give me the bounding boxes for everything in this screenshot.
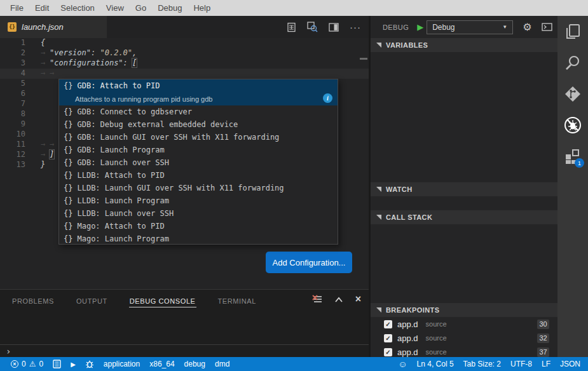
search-editor-icon[interactable] <box>307 22 318 32</box>
breakpoint-checkbox[interactable] <box>384 348 392 356</box>
section-title: WATCH <box>386 186 413 193</box>
warning-count: 0 <box>39 360 43 368</box>
section-title: CALL STACK <box>386 213 432 221</box>
line-number[interactable]: 9 <box>0 119 25 130</box>
panel-tab[interactable]: TERMINAL <box>217 294 257 307</box>
code-text: →→ <box>25 140 58 150</box>
line-number[interactable]: 12 <box>0 150 25 160</box>
menu-item[interactable]: Go <box>130 3 152 13</box>
panel-tab[interactable]: DEBUG CONSOLE <box>129 294 196 307</box>
line-number[interactable]: 4 <box>0 69 25 79</box>
line-number[interactable]: 3 <box>0 58 25 69</box>
breakpoint-kind: source <box>426 334 447 342</box>
watch-section-header[interactable]: WATCH <box>371 182 557 196</box>
status-item[interactable]: JSON <box>560 360 580 368</box>
open-preview-icon[interactable] <box>287 22 296 32</box>
suggest-item-selected[interactable]: {} GDB: Attach to PID Attaches to a runn… <box>59 79 338 105</box>
maximize-panel-icon[interactable] <box>334 297 343 302</box>
suggest-item[interactable]: {} Mago: Launch Program <box>59 233 338 245</box>
menu-item[interactable]: Selection <box>55 3 100 13</box>
source-control-icon[interactable] <box>557 78 588 109</box>
feedback-smiley-icon[interactable]: ☺ <box>398 360 407 368</box>
variables-section-header[interactable]: VARIABLES <box>371 38 557 52</box>
bottom-panel: PROBLEMS OUTPUT DEBUG CONSOLE TERMINAL ×… <box>0 289 369 357</box>
status-item[interactable]: Ln 4, Col 5 <box>417 360 454 368</box>
info-icon[interactable]: i <box>323 93 332 103</box>
suggest-item[interactable]: {} GDB: Launch over SSH <box>59 156 338 169</box>
suggest-item[interactable]: {} Mago: Attach to PID <box>59 220 338 233</box>
more-actions-icon[interactable]: ··· <box>350 24 361 30</box>
breakpoints-section-header[interactable]: BREAKPOINTS <box>371 303 557 317</box>
suggest-item[interactable]: {} LLDB: Launch Program <box>59 194 338 207</box>
menu-item[interactable]: Edit <box>29 3 55 13</box>
breakpoint-row[interactable]: app.d source 30 <box>371 317 557 331</box>
breakpoint-kind: source <box>426 320 447 328</box>
explorer-icon[interactable] <box>557 16 588 47</box>
status-item[interactable]: LF <box>542 360 550 368</box>
tab-launch-json[interactable]: {} launch.json <box>0 16 107 38</box>
dub-file-icon[interactable] <box>53 360 61 368</box>
debug-icon[interactable] <box>557 109 588 140</box>
suggest-item[interactable]: {} LLDB: Attach to PID <box>59 169 338 182</box>
line-number[interactable]: 8 <box>0 109 25 119</box>
code-line[interactable]: 1{ <box>0 38 369 48</box>
add-configuration-button[interactable]: Add Configuration... <box>266 252 352 273</box>
menu-item[interactable]: Debug <box>152 3 188 13</box>
extensions-icon[interactable]: 1 <box>557 140 588 172</box>
suggest-label: LLDB: Launch GUI over SSH with X11 forwa… <box>77 184 284 192</box>
line-number[interactable]: 2 <box>0 48 25 58</box>
suggest-item[interactable]: {} LLDB: Launch over SSH <box>59 207 338 220</box>
status-bar: × 0 ⚠ 0 ▶ application x86_64 debug dmd <box>0 357 588 371</box>
debug-console-input[interactable]: › <box>0 344 369 357</box>
status-item[interactable]: application <box>104 360 140 368</box>
suggest-item[interactable]: {} GDB: Launch GUI over SSH with X11 for… <box>59 131 338 144</box>
breakpoint-row[interactable]: app.d source 32 <box>371 331 557 345</box>
problems-status[interactable]: × 0 ⚠ 0 <box>11 360 43 368</box>
suggest-item[interactable]: {} GDB: Connect to gdbserver <box>59 105 338 118</box>
close-panel-icon[interactable]: × <box>355 295 361 303</box>
code-text: { <box>25 38 45 48</box>
breakpoint-file: app.d <box>397 347 418 357</box>
line-number[interactable]: 5 <box>0 79 25 89</box>
line-number[interactable]: 1 <box>0 38 25 48</box>
breakpoint-checkbox[interactable] <box>384 334 392 342</box>
breakpoint-row[interactable]: app.d source 37 <box>371 345 557 357</box>
call-stack-section-header[interactable]: CALL STACK <box>371 210 557 224</box>
clear-console-icon[interactable] <box>312 295 322 304</box>
panel-tab[interactable]: PROBLEMS <box>11 294 55 307</box>
status-item[interactable]: x86_64 <box>149 360 174 368</box>
line-number[interactable]: 10 <box>0 130 25 140</box>
suggest-label: LLDB: Launch over SSH <box>77 209 174 218</box>
suggest-detail: Attaches to a running program pid using … <box>75 95 212 103</box>
bug-icon[interactable] <box>85 360 94 368</box>
debug-mode-label: DEBUG <box>383 24 409 31</box>
status-item[interactable]: dmd <box>215 360 229 368</box>
status-item[interactable]: UTF-8 <box>510 360 532 368</box>
line-number[interactable]: 7 <box>0 99 25 109</box>
code-text: →"version": "0.2.0", <box>25 48 137 58</box>
breakpoint-checkbox[interactable] <box>384 320 392 328</box>
menu-item[interactable]: View <box>100 3 130 13</box>
start-debug-icon[interactable]: ▶ <box>417 23 423 31</box>
line-number[interactable]: 6 <box>0 89 25 99</box>
debug-configuration-select[interactable]: Debug ▼ <box>427 20 513 34</box>
code-line[interactable]: 4→→ <box>0 69 369 79</box>
menu-item[interactable]: Help <box>188 3 216 13</box>
code-line[interactable]: 3→"configurations": [ <box>0 58 369 69</box>
status-item[interactable]: debug <box>184 360 205 368</box>
code-line[interactable]: 2→"version": "0.2.0", <box>0 48 369 58</box>
suggest-item[interactable]: {} GDB: Debug external embedded device <box>59 118 338 131</box>
menu-item[interactable]: File <box>4 3 29 13</box>
breakpoint-line-badge: 30 <box>537 320 549 329</box>
panel-tab[interactable]: OUTPUT <box>76 294 108 307</box>
split-editor-icon[interactable] <box>329 23 339 32</box>
search-icon[interactable] <box>557 47 588 78</box>
run-icon[interactable]: ▶ <box>71 361 76 368</box>
line-number[interactable]: 11 <box>0 140 25 150</box>
suggest-item[interactable]: {} LLDB: Launch GUI over SSH with X11 fo… <box>59 182 338 194</box>
settings-gear-icon[interactable]: ⚙ <box>523 22 531 32</box>
line-number[interactable]: 13 <box>0 160 25 170</box>
suggest-item[interactable]: {} GDB: Launch Program <box>59 144 338 156</box>
debug-console-icon[interactable] <box>542 23 552 31</box>
status-item[interactable]: Tab Size: 2 <box>463 360 501 368</box>
